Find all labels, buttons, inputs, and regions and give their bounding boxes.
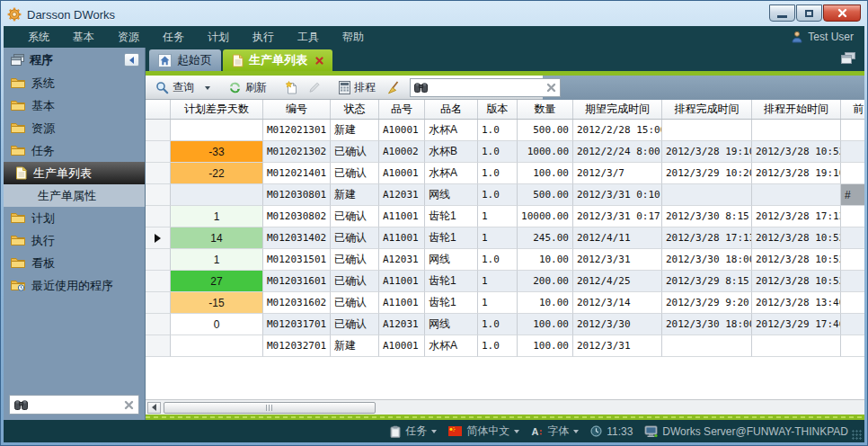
table-row[interactable]: 27M012031601已确认A11001齿轮11200.002012/4/25… — [146, 271, 864, 292]
cell-sched_finish[interactable]: 2012/3/28 19:10 — [662, 141, 752, 163]
restore-button[interactable] — [796, 4, 822, 22]
cell-status[interactable]: 已确认 — [331, 206, 379, 227]
cell-qty[interactable]: 1000.00 — [518, 141, 573, 163]
cell-code[interactable]: M012031701 — [263, 314, 331, 335]
menu-item[interactable]: 帮助 — [331, 26, 376, 48]
menu-item[interactable]: 资源 — [106, 26, 151, 48]
row-header-cell[interactable] — [146, 163, 171, 184]
cell-expected[interactable]: 2012/3/30 — [573, 314, 662, 335]
cell-expected[interactable]: 2012/3/14 — [573, 292, 662, 314]
cell-item_name[interactable]: 齿轮1 — [425, 292, 478, 314]
cell-sched_start[interactable]: 2012/3/28 10:52 — [752, 249, 841, 271]
cell-sched_finish[interactable]: 2012/3/28 17:13 — [662, 227, 752, 249]
cell-expected[interactable]: 2012/3/31 0:10 — [573, 184, 662, 206]
cell-sched_start[interactable] — [752, 120, 841, 141]
table-row[interactable]: 1M012030802已确认A11001齿轮1110000.002012/3/3… — [146, 206, 864, 227]
cell-sched_start[interactable] — [752, 184, 841, 206]
cell-version[interactable]: 1 — [478, 227, 518, 249]
cell-code[interactable]: M012031501 — [263, 249, 331, 271]
column-header[interactable]: 品号 — [379, 100, 425, 119]
column-header[interactable]: 前 — [841, 100, 864, 119]
cell-code[interactable]: M012031602 — [263, 292, 331, 314]
cell-code[interactable]: M012021401 — [263, 163, 331, 184]
cell-item_no[interactable]: A10002 — [379, 141, 425, 163]
cell-sched_start[interactable]: 2012/3/28 13:40 — [752, 292, 841, 314]
cell-item_name[interactable]: 齿轮1 — [425, 206, 478, 227]
cell-item_no[interactable]: A12031 — [379, 249, 425, 271]
status-language[interactable]: 简体中文 — [448, 424, 519, 439]
cell-status[interactable]: 已确认 — [331, 227, 379, 249]
cell-item_no[interactable]: A12031 — [379, 314, 425, 335]
cell-diff[interactable]: -22 — [171, 163, 263, 184]
cell-qty[interactable]: 100.00 — [518, 163, 573, 184]
cell-diff[interactable]: 1 — [171, 206, 263, 227]
cell-code[interactable]: M012031402 — [263, 227, 331, 249]
cell-item_name[interactable]: 网线 — [425, 184, 478, 206]
menu-item[interactable]: 任务 — [151, 26, 196, 48]
table-row[interactable]: -33M012021302已确认A10002水杯B1.01000.002012/… — [146, 141, 864, 163]
cell-item_no[interactable]: A11001 — [379, 206, 425, 227]
cell-expected[interactable]: 2012/4/11 — [573, 227, 662, 249]
sidebar-item[interactable]: 生产单属性 — [4, 184, 145, 207]
cell-extra[interactable] — [841, 249, 864, 271]
table-row[interactable]: -15M012031602已确认A11001齿轮1110.002012/3/14… — [146, 292, 864, 314]
cell-expected[interactable]: 2012/3/31 — [573, 335, 662, 357]
cell-version[interactable]: 1 — [478, 292, 518, 314]
cell-extra[interactable] — [841, 206, 864, 227]
cell-diff[interactable]: 0 — [171, 314, 263, 335]
sidebar-item[interactable]: 生产单列表 — [4, 162, 145, 184]
cell-version[interactable]: 1.0 — [478, 120, 518, 141]
tab-list-button[interactable] — [841, 52, 855, 64]
sidebar-item[interactable]: 任务 — [4, 139, 145, 162]
cell-expected[interactable]: 2012/3/7 — [573, 163, 662, 184]
tab-close-icon[interactable] — [315, 57, 323, 65]
cell-expected[interactable]: 2012/3/31 — [573, 249, 662, 271]
cell-item_name[interactable]: 齿轮1 — [425, 227, 478, 249]
cell-item_no[interactable]: A11001 — [379, 292, 425, 314]
cell-item_no[interactable]: A10001 — [379, 163, 425, 184]
cell-diff[interactable]: 27 — [171, 271, 263, 292]
row-header-cell[interactable] — [146, 249, 171, 271]
sidebar-item[interactable]: 执行 — [4, 229, 145, 252]
cell-item_no[interactable]: A10001 — [379, 120, 425, 141]
cell-status[interactable]: 已确认 — [331, 271, 379, 292]
cell-sched_finish[interactable]: 2012/3/30 8:15 — [662, 206, 752, 227]
horizontal-scrollbar[interactable] — [146, 399, 864, 415]
cell-item_no[interactable]: A11001 — [379, 271, 425, 292]
cell-qty[interactable]: 10.00 — [518, 249, 573, 271]
cell-item_name[interactable]: 水杯B — [425, 141, 478, 163]
column-header[interactable]: 编号 — [263, 100, 331, 119]
query-dropdown-button[interactable] — [200, 77, 215, 97]
query-button[interactable]: 查询 — [151, 77, 199, 97]
cell-code[interactable]: M012031601 — [263, 271, 331, 292]
status-task[interactable]: 任务 — [390, 424, 437, 439]
cell-extra[interactable] — [841, 163, 864, 184]
cell-qty[interactable]: 100.00 — [518, 314, 573, 335]
new-button[interactable] — [280, 77, 302, 97]
cell-item_name[interactable]: 网线 — [425, 249, 478, 271]
tab[interactable]: 生产单列表 — [223, 49, 332, 71]
row-header-cell[interactable] — [146, 120, 171, 141]
cell-item_no[interactable]: A12031 — [379, 184, 425, 206]
cell-qty[interactable]: 100.00 — [518, 335, 573, 357]
cell-item_name[interactable]: 网线 — [425, 314, 478, 335]
sidebar-item[interactable]: 最近使用的程序 — [4, 274, 145, 297]
cell-sched_finish[interactable]: 2012/3/29 9:20 — [662, 292, 752, 314]
sidebar-search-input[interactable] — [31, 398, 120, 411]
cell-sched_finish[interactable]: 2012/3/30 18:00 — [662, 249, 752, 271]
cell-sched_finish[interactable] — [662, 184, 752, 206]
row-header-cell[interactable] — [146, 206, 171, 227]
sidebar-item[interactable]: 基本 — [4, 94, 145, 117]
cell-diff[interactable]: -33 — [171, 141, 263, 163]
tab[interactable]: 起始页 — [149, 49, 221, 71]
cell-version[interactable]: 1 — [478, 271, 518, 292]
sidebar-collapse-button[interactable] — [124, 53, 139, 67]
minimize-button[interactable] — [769, 4, 795, 22]
column-header[interactable]: 数量 — [518, 100, 573, 119]
column-header[interactable]: 排程完成时间 — [662, 100, 752, 119]
cell-sched_start[interactable]: 2012/3/28 17:13 — [752, 206, 841, 227]
cell-version[interactable]: 1.0 — [478, 249, 518, 271]
column-header[interactable]: 状态 — [331, 100, 379, 119]
row-header-cell[interactable] — [146, 184, 171, 206]
row-header-cell[interactable] — [146, 227, 171, 249]
